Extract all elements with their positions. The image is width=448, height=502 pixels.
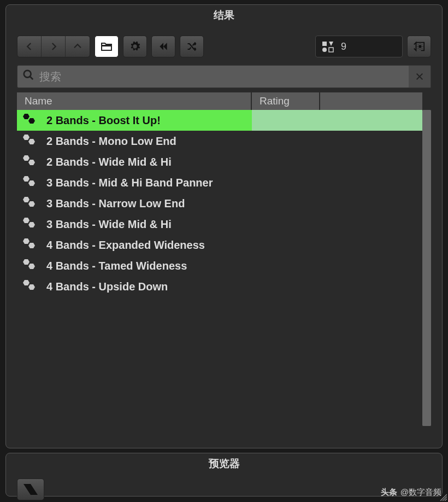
rewind-button[interactable] bbox=[151, 36, 175, 57]
nav-group bbox=[17, 36, 90, 57]
preset-extra bbox=[320, 276, 422, 297]
play-shape-icon bbox=[23, 484, 38, 495]
arrow-left-icon bbox=[25, 42, 34, 51]
preset-row[interactable]: 3 Bands - Narrow Low End bbox=[17, 193, 422, 214]
column-rating[interactable]: Rating bbox=[252, 92, 320, 110]
location-tree-button[interactable] bbox=[95, 36, 119, 57]
scrollbar[interactable] bbox=[422, 110, 431, 426]
preset-extra bbox=[320, 235, 422, 255]
arrow-up-icon bbox=[73, 42, 82, 51]
preset-rating bbox=[252, 131, 320, 151]
svg-point-5 bbox=[24, 71, 31, 78]
back-button[interactable] bbox=[17, 36, 42, 57]
preset-icon bbox=[20, 175, 39, 191]
preset-row[interactable]: 2 Bands - Wide Mid & Hi bbox=[17, 151, 422, 172]
search-input[interactable] bbox=[39, 71, 409, 83]
preset-icon bbox=[20, 237, 39, 253]
window-gear-icon bbox=[412, 40, 426, 52]
shuffle-icon bbox=[186, 41, 198, 52]
watermark-prefix: 头条 bbox=[381, 487, 397, 498]
preset-row[interactable]: 2 Bands - Boost It Up! bbox=[17, 110, 422, 131]
preset-rating bbox=[252, 214, 320, 235]
skip-back-icon bbox=[157, 41, 169, 52]
preset-name: 3 Bands - Narrow Low End bbox=[46, 197, 185, 210]
preset-row[interactable]: 4 Bands - Expanded Wideness bbox=[17, 235, 422, 255]
folder-icon bbox=[100, 40, 113, 53]
previewer-title: 预览器 bbox=[6, 453, 442, 473]
preset-rating bbox=[252, 276, 320, 297]
preset-icon bbox=[20, 133, 39, 149]
scroll-thumb[interactable] bbox=[422, 110, 431, 426]
preset-rating bbox=[252, 151, 320, 172]
results-title: 结果 bbox=[6, 5, 442, 25]
arrow-right-icon bbox=[49, 42, 58, 51]
preset-icon bbox=[20, 196, 39, 212]
preset-extra bbox=[320, 214, 422, 235]
preset-rating bbox=[252, 255, 320, 276]
close-icon bbox=[415, 72, 424, 81]
forward-button[interactable] bbox=[42, 36, 66, 57]
previewer-panel: 预览器 bbox=[5, 453, 443, 497]
column-name[interactable]: Name bbox=[17, 92, 252, 110]
svg-rect-0 bbox=[322, 42, 327, 46]
preset-extra bbox=[320, 172, 422, 193]
search-clear-button[interactable] bbox=[409, 66, 431, 87]
filter-icon bbox=[321, 40, 334, 52]
preset-name: 3 Bands - Mid & Hi Band Panner bbox=[46, 177, 213, 189]
result-count: 9 bbox=[341, 41, 346, 52]
preset-name: 4 Bands - Tamed Wideness bbox=[46, 260, 187, 272]
watermark-handle: @数字音频 bbox=[400, 487, 441, 498]
preset-rating bbox=[252, 193, 320, 214]
svg-rect-3 bbox=[329, 48, 333, 52]
svg-marker-1 bbox=[329, 42, 333, 46]
preset-icon bbox=[20, 279, 39, 295]
svg-marker-6 bbox=[23, 484, 38, 495]
watermark: 头条 @数字音频 bbox=[381, 487, 441, 498]
preset-icon bbox=[20, 217, 39, 232]
column-extra[interactable] bbox=[320, 92, 422, 110]
settings-button[interactable] bbox=[123, 36, 147, 57]
list-body: 2 Bands - Boost It Up! 2 Bands - Mono Lo… bbox=[17, 110, 422, 426]
preset-icon bbox=[20, 113, 39, 129]
preset-extra bbox=[320, 131, 422, 151]
preset-name: 2 Bands - Wide Mid & Hi bbox=[46, 156, 172, 168]
preview-play-button[interactable] bbox=[17, 478, 44, 500]
preset-rating bbox=[252, 110, 320, 131]
shuffle-button[interactable] bbox=[180, 36, 204, 57]
window-settings-button[interactable] bbox=[407, 36, 431, 57]
result-count-box: 9 bbox=[315, 36, 403, 57]
preset-name: 2 Bands - Mono Low End bbox=[46, 135, 176, 148]
preset-name: 4 Bands - Expanded Wideness bbox=[46, 239, 205, 252]
preset-extra bbox=[320, 193, 422, 214]
preset-row[interactable]: 4 Bands - Upside Down bbox=[17, 276, 422, 297]
preset-extra bbox=[320, 151, 422, 172]
preset-extra bbox=[320, 255, 422, 276]
search-bar bbox=[17, 65, 431, 88]
preset-name: 4 Bands - Upside Down bbox=[46, 281, 168, 293]
results-panel: 结果 bbox=[5, 4, 443, 448]
toolbar: 9 bbox=[6, 25, 442, 65]
preset-row[interactable]: 3 Bands - Mid & Hi Band Panner bbox=[17, 172, 422, 193]
preset-rating bbox=[252, 235, 320, 255]
preset-row[interactable]: 4 Bands - Tamed Wideness bbox=[17, 255, 422, 276]
svg-point-2 bbox=[322, 48, 327, 52]
preset-name: 2 Bands - Boost It Up! bbox=[46, 114, 161, 127]
preset-extra bbox=[320, 110, 422, 131]
up-button[interactable] bbox=[66, 36, 90, 57]
preset-name: 3 Bands - Wide Mid & Hi bbox=[46, 218, 172, 231]
preset-icon bbox=[20, 258, 39, 274]
preset-row[interactable]: 2 Bands - Mono Low End bbox=[17, 131, 422, 151]
search-icon bbox=[17, 69, 39, 84]
preset-icon bbox=[20, 154, 39, 170]
preset-row[interactable]: 3 Bands - Wide Mid & Hi bbox=[17, 214, 422, 235]
resize-grip-icon[interactable] bbox=[439, 493, 447, 501]
svg-point-4 bbox=[418, 45, 422, 48]
gear-icon bbox=[129, 40, 141, 52]
preset-rating bbox=[252, 172, 320, 193]
results-list: Name Rating 2 Bands - Boost It Up! 2 Ban… bbox=[17, 92, 431, 426]
column-headers: Name Rating bbox=[17, 92, 422, 110]
